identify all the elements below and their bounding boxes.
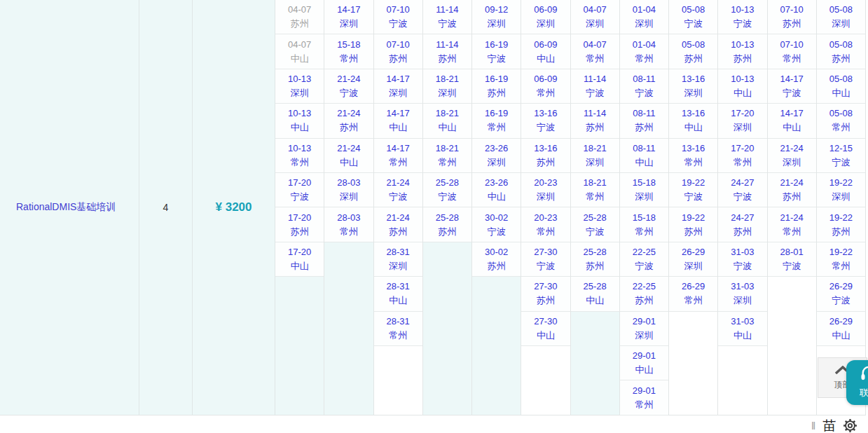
session-cell[interactable]: 27-30苏州 xyxy=(521,277,570,311)
session-cell[interactable]: 29-01中山 xyxy=(620,346,668,380)
session-cell[interactable]: 06-09常州 xyxy=(521,69,570,104)
session-cell[interactable]: 23-26深圳 xyxy=(472,139,521,173)
session-cell[interactable]: 21-24宁波 xyxy=(324,69,373,104)
session-cell[interactable]: 10-13常州 xyxy=(275,139,324,173)
session-cell[interactable]: 17-20深圳 xyxy=(718,104,766,138)
session-cell[interactable]: 26-29中山 xyxy=(817,312,865,346)
session-cell[interactable]: 01-04常州 xyxy=(620,34,668,69)
session-cell[interactable]: 24-27苏州 xyxy=(718,207,766,242)
session-cell[interactable]: 26-29深圳 xyxy=(669,242,717,277)
session-cell[interactable]: 04-07深圳 xyxy=(571,0,619,34)
session-cell[interactable]: 30-02宁波 xyxy=(472,207,521,242)
session-cell[interactable]: 10-13宁波 xyxy=(718,0,766,34)
session-cell[interactable]: 14-17常州 xyxy=(374,139,422,173)
session-cell[interactable]: 11-14苏州 xyxy=(423,34,471,69)
session-cell[interactable]: 16-19宁波 xyxy=(472,34,521,69)
session-cell[interactable]: 23-26中山 xyxy=(472,173,521,207)
session-cell[interactable]: 28-01宁波 xyxy=(768,242,816,277)
session-cell[interactable]: 11-14苏州 xyxy=(571,104,619,138)
session-cell[interactable]: 09-12深圳 xyxy=(472,0,521,34)
session-cell[interactable]: 29-01常州 xyxy=(620,380,668,415)
session-cell[interactable]: 25-28中山 xyxy=(571,277,619,311)
session-cell[interactable]: 13-16苏州 xyxy=(521,139,570,173)
session-cell[interactable]: 19-22深圳 xyxy=(817,173,865,207)
session-cell[interactable]: 13-16中山 xyxy=(669,104,717,138)
session-cell[interactable]: 24-27宁波 xyxy=(718,173,766,207)
session-cell[interactable]: 12-15宁波 xyxy=(817,139,865,173)
session-cell[interactable]: 10-13苏州 xyxy=(718,34,766,69)
session-cell[interactable]: 27-30中山 xyxy=(521,312,570,346)
session-cell[interactable]: 15-18常州 xyxy=(620,207,668,242)
session-cell[interactable]: 05-08苏州 xyxy=(669,34,717,69)
session-cell[interactable]: 21-24苏州 xyxy=(324,104,373,138)
session-cell[interactable]: 07-10苏州 xyxy=(374,34,422,69)
session-cell[interactable]: 16-19苏州 xyxy=(472,69,521,104)
session-cell[interactable]: 25-28宁波 xyxy=(423,173,471,207)
session-cell[interactable]: 14-17宁波 xyxy=(768,69,816,104)
session-cell[interactable]: 05-08中山 xyxy=(817,69,865,104)
session-cell[interactable]: 21-24苏州 xyxy=(768,173,816,207)
session-cell[interactable]: 06-09中山 xyxy=(521,34,570,69)
session-cell[interactable]: 17-20常州 xyxy=(718,139,766,173)
session-cell[interactable]: 05-08深圳 xyxy=(817,0,865,34)
session-cell[interactable]: 08-11宁波 xyxy=(620,69,668,104)
session-cell[interactable]: 13-16常州 xyxy=(669,139,717,173)
course-name-cell[interactable]: RationalDMIS基础培训 xyxy=(0,0,139,415)
session-cell[interactable]: 11-14宁波 xyxy=(423,0,471,34)
session-cell[interactable]: 07-10苏州 xyxy=(768,0,816,34)
session-cell[interactable]: 05-08常州 xyxy=(817,104,865,138)
session-cell[interactable]: 18-21常州 xyxy=(571,173,619,207)
session-cell[interactable]: 11-14宁波 xyxy=(571,69,619,104)
session-cell[interactable]: 18-21中山 xyxy=(423,104,471,138)
ime-mode-indicator[interactable]: 苗 xyxy=(822,419,836,432)
gear-icon[interactable] xyxy=(843,418,857,433)
session-cell[interactable]: 07-10常州 xyxy=(768,34,816,69)
session-cell[interactable]: 19-22苏州 xyxy=(669,207,717,242)
session-cell[interactable]: 08-11苏州 xyxy=(620,104,668,138)
session-cell[interactable]: 06-09深圳 xyxy=(521,0,570,34)
session-cell[interactable]: 21-24中山 xyxy=(324,139,373,173)
session-cell[interactable]: 17-20苏州 xyxy=(275,207,324,242)
session-cell[interactable]: 22-25苏州 xyxy=(620,277,668,311)
session-cell[interactable]: 31-03深圳 xyxy=(718,277,766,311)
session-cell[interactable]: 31-03中山 xyxy=(718,312,766,346)
session-cell[interactable]: 19-22常州 xyxy=(817,242,865,277)
session-cell[interactable]: 14-17中山 xyxy=(374,104,422,138)
session-cell[interactable]: 25-28苏州 xyxy=(423,207,471,242)
session-cell[interactable]: 21-24常州 xyxy=(768,207,816,242)
session-cell[interactable]: 10-13深圳 xyxy=(275,69,324,104)
session-cell[interactable]: 21-24苏州 xyxy=(374,207,422,242)
session-cell[interactable]: 15-18深圳 xyxy=(620,173,668,207)
session-cell[interactable]: 13-16深圳 xyxy=(669,69,717,104)
session-cell[interactable]: 05-08宁波 xyxy=(669,0,717,34)
session-cell[interactable]: 04-07苏州 xyxy=(275,0,324,34)
session-cell[interactable]: 26-29宁波 xyxy=(817,277,865,311)
session-cell[interactable]: 15-18常州 xyxy=(324,34,373,69)
session-cell[interactable]: 18-21常州 xyxy=(423,139,471,173)
ime-drag-handle[interactable]: ‖ xyxy=(811,420,815,432)
session-cell[interactable]: 01-04深圳 xyxy=(620,0,668,34)
session-cell[interactable]: 07-10宁波 xyxy=(374,0,422,34)
session-cell[interactable]: 22-25宁波 xyxy=(620,242,668,277)
session-cell[interactable]: 17-20宁波 xyxy=(275,173,324,207)
session-cell[interactable]: 28-03深圳 xyxy=(324,173,373,207)
session-cell[interactable]: 28-31常州 xyxy=(374,312,422,346)
session-cell[interactable]: 04-07常州 xyxy=(571,34,619,69)
session-cell[interactable]: 05-08苏州 xyxy=(817,34,865,69)
session-cell[interactable]: 28-31中山 xyxy=(374,277,422,311)
session-cell[interactable]: 29-01深圳 xyxy=(620,312,668,346)
session-cell[interactable]: 14-17深圳 xyxy=(374,69,422,104)
session-cell[interactable]: 25-28宁波 xyxy=(571,207,619,242)
session-cell[interactable]: 19-22宁波 xyxy=(669,173,717,207)
session-cell[interactable]: 21-24宁波 xyxy=(374,173,422,207)
session-cell[interactable]: 28-31深圳 xyxy=(374,242,422,277)
contact-service-button[interactable]: 联系 xyxy=(846,360,868,405)
session-cell[interactable]: 19-22苏州 xyxy=(817,207,865,242)
session-cell[interactable]: 21-24深圳 xyxy=(768,139,816,173)
session-cell[interactable]: 13-16宁波 xyxy=(521,104,570,138)
session-cell[interactable]: 18-21深圳 xyxy=(571,139,619,173)
session-cell[interactable]: 17-20中山 xyxy=(275,242,324,277)
session-cell[interactable]: 27-30宁波 xyxy=(521,242,570,277)
session-cell[interactable]: 26-29常州 xyxy=(669,277,717,311)
session-cell[interactable]: 25-28苏州 xyxy=(571,242,619,277)
